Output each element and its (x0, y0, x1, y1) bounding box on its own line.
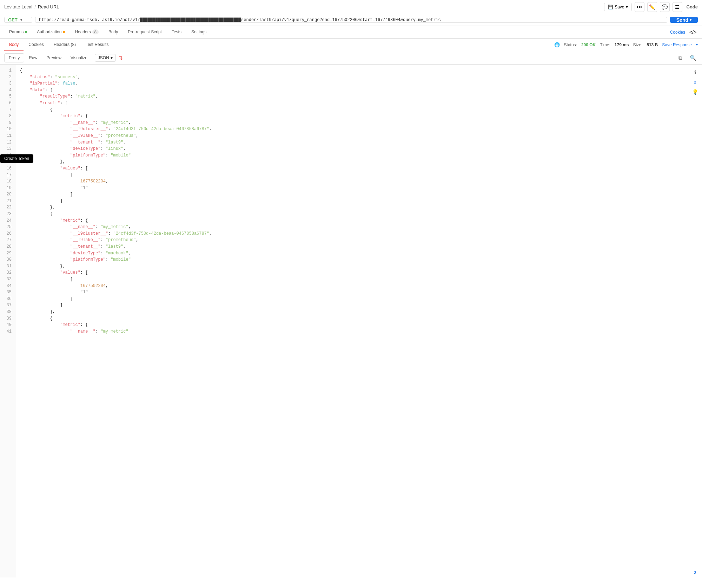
code-snippet-button[interactable]: </> (688, 27, 698, 37)
resp-headers-label: Headers (8) (54, 42, 76, 47)
tab-authorization[interactable]: Authorization (32, 27, 70, 38)
settings-label: Settings (191, 29, 206, 34)
sidebar-num-1: 2 (694, 80, 696, 84)
copy-icon: ⧉ (678, 55, 682, 61)
top-bar: Levitate Local / Read URL 💾 Save ▾ ••• ✏… (0, 0, 702, 14)
code-content[interactable]: { "status": "success", "isPartial": fals… (15, 65, 688, 577)
visualize-label: Visualize (71, 55, 87, 60)
send-chevron: ▾ (690, 18, 691, 22)
size-label: Size: (633, 42, 643, 47)
json-chevron: ▾ (111, 55, 113, 60)
tab-settings[interactable]: Settings (186, 27, 211, 38)
line-numbers: 1234567891011121314151617181920212223242… (0, 65, 15, 577)
lightbulb-icon: 💡 (692, 89, 698, 95)
body-label: Body (108, 29, 118, 34)
view-tab-pretty[interactable]: Pretty (4, 53, 24, 62)
comment-icon-button[interactable]: 💬 (660, 2, 670, 12)
view-actions: ⧉ 🔍 (675, 53, 698, 63)
save-response-button[interactable]: Save Response (662, 42, 692, 47)
tab-tests[interactable]: Tests (167, 27, 186, 38)
response-tabs: Body Cookies Headers (8) Test Results 🌐 … (0, 39, 702, 51)
method-selector[interactable]: GET ▾ (4, 17, 32, 23)
edit-icon-button[interactable]: ✏️ (647, 2, 657, 12)
url-bar-row: GET ▾ Send ▾ (0, 14, 702, 26)
info-button[interactable]: ℹ (690, 67, 700, 77)
view-tab-visualize[interactable]: Visualize (66, 53, 92, 62)
pre-request-label: Pre-request Script (128, 29, 162, 34)
json-format-selector[interactable]: JSON ▾ (95, 54, 116, 62)
breadcrumb: Levitate Local / Read URL (4, 4, 59, 9)
send-label: Send (676, 17, 688, 23)
layout-icon-button[interactable]: ☰ (673, 2, 682, 12)
save-button[interactable]: 💾 Save ▾ (604, 3, 631, 11)
json-format-label: JSON (98, 55, 109, 60)
pretty-label: Pretty (9, 55, 20, 60)
authorization-label: Authorization (37, 29, 61, 34)
search-button[interactable]: 🔍 (688, 53, 698, 63)
method-label: GET (8, 17, 18, 22)
sidebar-num-2: 2 (694, 570, 696, 575)
time-value: 179 ms (615, 42, 629, 47)
authorization-dot (63, 31, 65, 33)
status-value: 200 OK (581, 42, 596, 47)
preview-label: Preview (46, 55, 61, 60)
method-chevron: ▾ (20, 18, 22, 22)
resp-body-label: Body (9, 42, 19, 47)
resp-cookies-label: Cookies (28, 42, 44, 47)
headers-badge: 8 (92, 29, 99, 34)
raw-label: Raw (29, 55, 37, 60)
save-chevron: ▾ (626, 5, 628, 9)
breadcrumb-parent[interactable]: Levitate Local (4, 4, 32, 9)
request-tabs: Params Authorization Headers 8 Body Pre-… (0, 26, 702, 39)
save-response-chevron: ▾ (696, 43, 698, 47)
tests-label: Tests (172, 29, 181, 34)
right-sidebar: ℹ 2 💡 2 (688, 65, 702, 577)
view-tab-raw[interactable]: Raw (24, 53, 42, 62)
more-icon: ••• (637, 4, 642, 10)
headers-label: Headers (75, 29, 91, 34)
save-icon: 💾 (608, 5, 613, 9)
tab-body[interactable]: Body (104, 27, 123, 38)
layout-icon: ☰ (675, 4, 680, 10)
more-options-button[interactable]: ••• (635, 2, 644, 12)
resp-test-results-label: Test Results (86, 42, 108, 47)
body-view-tabs: Pretty Raw Preview Visualize JSON ▾ ⇅ ⧉ … (0, 51, 702, 65)
info-icon: ℹ (694, 69, 696, 75)
tab-params[interactable]: Params (4, 27, 32, 38)
network-icon: 🌐 (554, 42, 560, 47)
time-label: Time: (600, 42, 610, 47)
url-input-container (35, 17, 667, 23)
resp-tab-body[interactable]: Body (4, 39, 24, 51)
view-tab-preview[interactable]: Preview (42, 53, 66, 62)
cookies-link[interactable]: Cookies (670, 30, 685, 35)
tab-pre-request-script[interactable]: Pre-request Script (123, 27, 167, 38)
response-status-area: 🌐 Status: 200 OK Time: 179 ms Size: 513 … (554, 42, 698, 47)
code-panel-label: Code (687, 4, 698, 9)
resp-tab-cookies[interactable]: Cookies (24, 39, 48, 51)
resp-tab-headers[interactable]: Headers (8) (49, 39, 81, 51)
code-area: Create Token 123456789101112131415161718… (0, 65, 702, 577)
params-label: Params (9, 29, 24, 34)
resp-tab-test-results[interactable]: Test Results (81, 39, 113, 51)
send-button[interactable]: Send ▾ (670, 17, 698, 23)
copy-button[interactable]: ⧉ (675, 53, 685, 63)
lightbulb-button[interactable]: 💡 (690, 87, 700, 97)
chat-icon: 💬 (662, 4, 668, 10)
search-icon: 🔍 (690, 55, 696, 61)
tab-headers[interactable]: Headers 8 (70, 27, 103, 38)
status-label: Status: (564, 42, 577, 47)
breadcrumb-separator: / (34, 4, 36, 9)
params-dot (25, 31, 27, 33)
code-icon: </> (689, 29, 696, 35)
url-input[interactable] (39, 18, 663, 22)
save-label: Save (615, 5, 624, 9)
size-value: 513 B (647, 42, 658, 47)
pencil-icon: ✏️ (649, 4, 655, 10)
top-bar-actions: 💾 Save ▾ ••• ✏️ 💬 ☰ Code (604, 2, 698, 12)
breadcrumb-current: Read URL (38, 4, 59, 9)
filter-icon[interactable]: ⇅ (119, 55, 123, 61)
